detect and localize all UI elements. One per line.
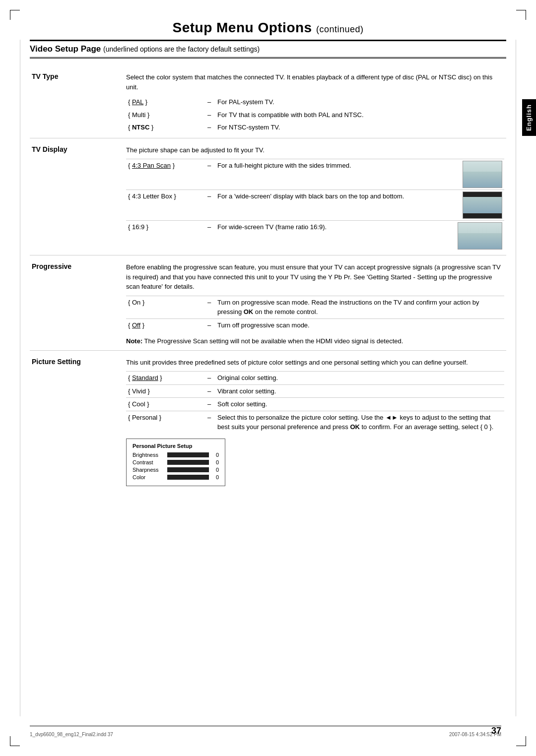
opt-ntsc-label: { NTSC } [126, 121, 205, 134]
option-multi: { Multi } – For TV that is compatible wi… [126, 109, 504, 122]
title-text: Setup Menu Options [172, 20, 312, 35]
opt-vivid-desc: Vibrant color setting. [215, 384, 504, 398]
option-letterbox: { 4:3 Letter Box } – For a 'wide-screen'… [126, 190, 504, 221]
pps-brightness-value: 0 [211, 452, 219, 458]
pps-sharpness-bar [167, 467, 209, 472]
personal-picture-setup-box: Personal Picture Setup Brightness 0 Cont… [126, 439, 225, 486]
tv-type-desc: Select the color system that matches the… [126, 72, 504, 92]
pps-sharpness-value: 0 [211, 467, 219, 473]
option-personal: { Personal } – Select this to personaliz… [126, 411, 504, 434]
opt-panscan-label: { 4:3 Pan Scan } [126, 159, 205, 190]
opt-on-label: { On } [126, 296, 205, 318]
pps-contrast-value: 0 [211, 459, 219, 465]
pps-sharpness-row: Sharpness 0 [133, 467, 219, 473]
opt-letterbox-desc: For a 'wide-screen' display with black b… [215, 190, 456, 221]
pps-contrast-label: Contrast [133, 459, 167, 465]
tv-thumb-panscan [463, 161, 502, 188]
progressive-content: Before enabling the progressive scan fea… [124, 255, 506, 351]
pps-brightness-label: Brightness [133, 452, 167, 458]
opt-off-label: { Off } [126, 318, 205, 331]
option-on: { On } – Turn on progressive scan mode. … [126, 296, 504, 318]
tv-display-desc: The picture shape can be adjusted to fit… [126, 145, 504, 155]
title-continued: (continued) [316, 24, 364, 34]
section-header-bold: Video Setup Page [30, 44, 101, 54]
progressive-label: Progressive [30, 255, 124, 351]
tv-type-label: TV Type [30, 68, 124, 138]
pps-color-row: Color 0 [133, 474, 219, 480]
picture-setting-content: This unit provides three predefined sets… [124, 350, 506, 490]
pps-color-value: 0 [211, 474, 219, 480]
pps-brightness-row: Brightness 0 [133, 452, 219, 458]
pps-contrast-bar [167, 460, 209, 465]
opt-standard-label: { Standard } [126, 372, 205, 385]
tv-display-content: The picture shape can be adjusted to fit… [124, 138, 506, 255]
tv-type-options: { PAL } – For PAL-system TV. { Multi } –… [126, 96, 504, 134]
picture-setting-options: { Standard } – Original color setting. {… [126, 371, 504, 434]
picture-setting-row: Picture Setting This unit provides three… [30, 350, 506, 490]
option-cool: { Cool } – Soft color setting. [126, 398, 504, 411]
option-pal: { PAL } – For PAL-system TV. [126, 96, 504, 109]
tv-type-row: TV Type Select the color system that mat… [30, 68, 506, 138]
opt-personal-desc: Select this to personalize the picture c… [215, 411, 504, 434]
opt-on-desc: Turn on progressive scan mode. Read the … [215, 296, 504, 318]
option-panscan: { 4:3 Pan Scan } – For a full-height pic… [126, 159, 504, 190]
footer-line [30, 726, 501, 726]
opt-pal-desc: For PAL-system TV. [215, 96, 504, 109]
opt-personal-label: { Personal } [126, 411, 205, 434]
picture-setting-label: Picture Setting [30, 350, 124, 490]
option-vivid: { Vivid } – Vibrant color setting. [126, 384, 504, 398]
page-number: 37 [491, 726, 501, 736]
corner-mark-tr [516, 10, 526, 20]
section-header: Video Setup Page (underlined options are… [30, 40, 506, 59]
option-off: { Off } – Turn off progressive scan mode… [126, 318, 504, 331]
opt-off-desc: Turn off progressive scan mode. [215, 318, 504, 331]
opt-vivid-label: { Vivid } [126, 384, 205, 398]
option-standard: { Standard } – Original color setting. [126, 372, 504, 385]
opt-letterbox-label: { 4:3 Letter Box } [126, 190, 205, 221]
pps-brightness-bar [167, 452, 209, 457]
margin-line-right [516, 40, 516, 716]
tv-display-label: TV Display [30, 138, 124, 255]
opt-169-thumb-cell [456, 221, 504, 252]
opt-169-desc: For wide-screen TV (frame ratio 16:9). [215, 221, 456, 252]
content-table: TV Type Select the color system that mat… [30, 68, 506, 490]
progressive-row: Progressive Before enabling the progress… [30, 255, 506, 351]
progressive-note: Note: The Progressive Scan setting will … [126, 336, 504, 346]
corner-mark-br [516, 736, 526, 746]
opt-letterbox-thumb-cell [456, 190, 504, 221]
tv-thumb-widescreen [458, 222, 502, 250]
progressive-desc: Before enabling the progressive scan fea… [126, 262, 504, 292]
pps-color-bar [167, 475, 209, 480]
pps-contrast-row: Contrast 0 [133, 459, 219, 465]
opt-ntsc-desc: For NTSC-system TV. [215, 121, 504, 134]
pps-sharpness-label: Sharpness [133, 467, 167, 473]
picture-setting-desc: This unit provides three predefined sets… [126, 358, 504, 368]
page-container: English Setup Menu Options (continued) V… [0, 0, 536, 756]
opt-169-label: { 16:9 } [126, 221, 205, 252]
opt-panscan-thumb-cell [456, 159, 504, 190]
tv-type-content: Select the color system that matches the… [124, 68, 506, 138]
tv-display-row: TV Display The picture shape can be adju… [30, 138, 506, 255]
opt-standard-desc: Original color setting. [215, 372, 504, 385]
opt-pal-label: { PAL } [126, 96, 205, 109]
pps-title: Personal Picture Setup [133, 443, 219, 449]
english-tab: English [522, 99, 536, 136]
corner-mark-bl [10, 736, 20, 746]
opt-cool-label: { Cool } [126, 398, 205, 411]
pps-color-label: Color [133, 474, 167, 480]
section-header-normal: (underlined options are the factory defa… [103, 45, 260, 53]
option-ntsc: { NTSC } – For NTSC-system TV. [126, 121, 504, 134]
opt-panscan-desc: For a full-height picture with the sides… [215, 159, 456, 190]
opt-cool-desc: Soft color setting. [215, 398, 504, 411]
tv-display-options: { 4:3 Pan Scan } – For a full-height pic… [126, 159, 504, 251]
opt-multi-label: { Multi } [126, 109, 205, 122]
footer-file: 1_dvp6600_98_eng12_Final2.indd 37 [30, 732, 113, 737]
corner-mark-tl [10, 10, 20, 20]
page-title: Setup Menu Options (continued) [30, 20, 506, 36]
tv-thumb-letterbox [463, 191, 502, 219]
option-169: { 16:9 } – For wide-screen TV (frame rat… [126, 221, 504, 252]
progressive-options: { On } – Turn on progressive scan mode. … [126, 296, 504, 332]
opt-multi-desc: For TV that is compatible with both PAL … [215, 109, 504, 122]
margin-line-left [20, 40, 20, 716]
